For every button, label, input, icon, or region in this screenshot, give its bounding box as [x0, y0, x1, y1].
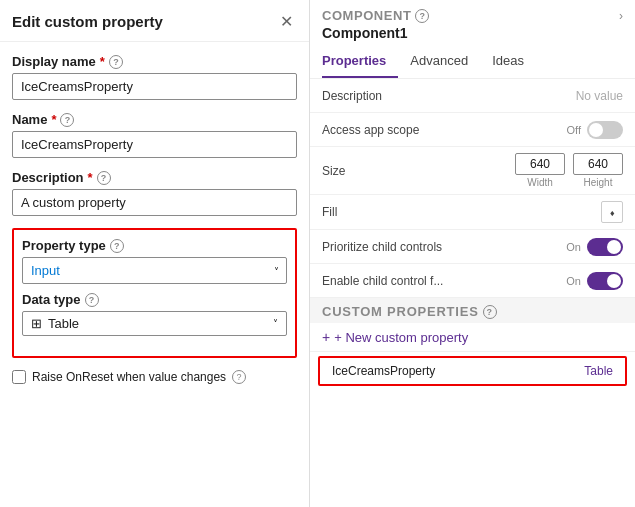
- tabs-row: Properties Advanced Ideas: [322, 47, 623, 78]
- prioritize-toggle[interactable]: [587, 238, 623, 256]
- data-type-wrapper: ⊞ Table ˅: [22, 311, 287, 336]
- right-header: COMPONENT ? › Component1 Properties Adva…: [310, 0, 635, 79]
- panel-title: Edit custom property: [12, 13, 163, 30]
- close-button[interactable]: ✕: [276, 10, 297, 33]
- description-label: Description * ?: [12, 170, 297, 185]
- edit-property-panel: Edit custom property ✕ Display name * ? …: [0, 0, 310, 507]
- component-label: COMPONENT ?: [322, 8, 429, 23]
- add-icon: +: [322, 329, 330, 345]
- right-panel: COMPONENT ? › Component1 Properties Adva…: [310, 0, 635, 507]
- panel-header: Edit custom property ✕: [0, 0, 309, 42]
- component-info-icon: ?: [415, 9, 429, 23]
- data-type-group: Data type ? ⊞ Table ˅: [22, 292, 287, 336]
- height-input[interactable]: [573, 153, 623, 175]
- tab-advanced[interactable]: Advanced: [410, 47, 480, 78]
- prioritize-label: On: [566, 241, 581, 253]
- custom-properties-section-header: CUSTOM PROPERTIES ?: [310, 298, 635, 323]
- component-label-row: COMPONENT ? ›: [322, 8, 623, 23]
- data-type-value: Table: [48, 316, 273, 331]
- width-box: Width: [515, 153, 565, 188]
- enable-child-label: On: [566, 275, 581, 287]
- fill-swatch[interactable]: ⬧: [601, 201, 623, 223]
- checkbox-label: Raise OnReset when value changes: [32, 370, 226, 384]
- right-body: Description No value Access app scope Of…: [310, 79, 635, 507]
- size-inputs: Width Height: [515, 153, 623, 188]
- prop-row-size: Size Width Height: [310, 147, 635, 195]
- name-label: Name * ?: [12, 112, 297, 127]
- prop-row-description: Description No value: [310, 79, 635, 113]
- description-input[interactable]: [12, 189, 297, 216]
- name-info-icon: ?: [60, 113, 74, 127]
- table-icon: ⊞: [31, 316, 42, 331]
- height-box: Height: [573, 153, 623, 188]
- access-scope-label: Off: [567, 124, 581, 136]
- access-scope-toggle[interactable]: [587, 121, 623, 139]
- property-type-info-icon: ?: [110, 239, 124, 253]
- display-name-info-icon: ?: [109, 55, 123, 69]
- property-type-select[interactable]: Input Output Event: [22, 257, 287, 284]
- description-info-icon: ?: [97, 171, 111, 185]
- data-type-chevron-icon: ˅: [273, 318, 278, 329]
- data-type-info-icon: ?: [85, 293, 99, 307]
- add-property-label: + New custom property: [334, 330, 468, 345]
- raise-onreset-checkbox[interactable]: [12, 370, 26, 384]
- display-name-group: Display name * ?: [12, 54, 297, 100]
- prop-row-access-app-scope: Access app scope Off: [310, 113, 635, 147]
- data-type-display[interactable]: ⊞ Table ˅: [22, 311, 287, 336]
- panel-body: Display name * ? Name * ? Description * …: [0, 42, 309, 507]
- enable-child-toggle[interactable]: [587, 272, 623, 290]
- custom-prop-name: IceCreamsProperty: [332, 364, 435, 378]
- custom-property-row[interactable]: IceCreamsProperty Table: [318, 356, 627, 386]
- checkbox-row: Raise OnReset when value changes ?: [12, 370, 297, 384]
- prop-row-prioritize: Prioritize child controls On: [310, 230, 635, 264]
- property-type-label: Property type ?: [22, 238, 287, 253]
- custom-props-info-icon: ?: [483, 305, 497, 319]
- name-group: Name * ?: [12, 112, 297, 158]
- description-group: Description * ?: [12, 170, 297, 216]
- component-name: Component1: [322, 25, 623, 41]
- tab-ideas[interactable]: Ideas: [492, 47, 536, 78]
- checkbox-info-icon: ?: [232, 370, 246, 384]
- property-type-group: Property type ? Input Output Event ˅: [22, 238, 287, 284]
- property-type-wrapper: Input Output Event ˅: [22, 257, 287, 284]
- add-new-property-row[interactable]: + + New custom property: [310, 323, 635, 352]
- tab-properties[interactable]: Properties: [322, 47, 398, 78]
- custom-prop-type: Table: [584, 364, 613, 378]
- name-input[interactable]: [12, 131, 297, 158]
- prop-row-enable-child: Enable child control f... On: [310, 264, 635, 298]
- display-name-input[interactable]: [12, 73, 297, 100]
- property-type-section: Property type ? Input Output Event ˅ Dat…: [12, 228, 297, 358]
- component-chevron-icon[interactable]: ›: [619, 9, 623, 23]
- width-input[interactable]: [515, 153, 565, 175]
- data-type-label: Data type ?: [22, 292, 287, 307]
- prop-row-fill: Fill ⬧: [310, 195, 635, 230]
- display-name-label: Display name * ?: [12, 54, 297, 69]
